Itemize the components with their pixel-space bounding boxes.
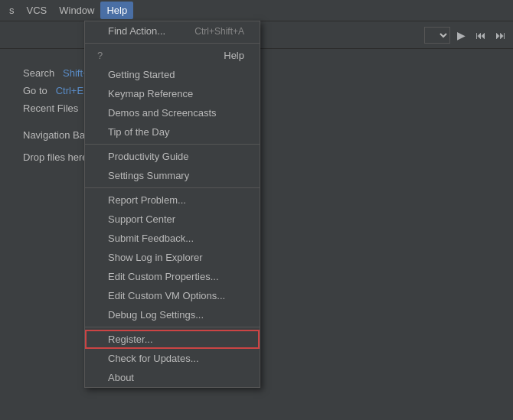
productivity-guide-item[interactable]: Productivity Guide — [85, 147, 260, 166]
register-item[interactable]: Register... — [85, 330, 260, 349]
separator-2 — [85, 187, 260, 188]
goto-shortcut: Ctrl+E — [56, 85, 83, 96]
keymap-reference-item[interactable]: Keymap Reference — [85, 84, 260, 103]
getting-started-label: Getting Started — [108, 69, 175, 80]
next-button[interactable]: ⏭ — [492, 26, 510, 44]
show-log-label: Show Log in Explorer — [108, 252, 203, 263]
help-section-label: ? Help — [85, 46, 260, 65]
tip-of-day-label: Tip of the Day — [108, 126, 169, 138]
help-dropdown-menu: Find Action... Ctrl+Shift+A ? Help Getti… — [84, 21, 260, 388]
check-updates-label: Check for Updates... — [108, 353, 199, 364]
demos-screencasts-label: Demos and Screencasts — [108, 107, 217, 119]
run-button[interactable]: ▶ — [452, 26, 470, 44]
check-updates-item[interactable]: Check for Updates... — [85, 349, 260, 368]
prev-button[interactable]: ⏮ — [472, 26, 490, 44]
edit-custom-vm-label: Edit Custom VM Options... — [108, 290, 225, 301]
separator-1 — [85, 144, 260, 145]
debug-log-label: Debug Log Settings... — [108, 309, 204, 321]
about-label: About — [108, 372, 134, 383]
keymap-reference-label: Keymap Reference — [108, 88, 193, 99]
support-center-item[interactable]: Support Center — [85, 210, 260, 229]
edit-custom-props-item[interactable]: Edit Custom Properties... — [85, 267, 260, 286]
submit-feedback-item[interactable]: Submit Feedback... — [85, 229, 260, 248]
report-problem-item[interactable]: Report Problem... — [85, 190, 260, 210]
menu-item-vcs[interactable]: VCS — [21, 2, 54, 19]
menubar: s VCS Window Help — [0, 0, 513, 21]
menu-item-s[interactable]: s — [3, 2, 21, 19]
question-icon: ? — [97, 50, 103, 61]
find-action-item[interactable]: Find Action... Ctrl+Shift+A — [85, 21, 260, 41]
find-action-label: Find Action... — [108, 25, 165, 37]
about-item[interactable]: About — [85, 368, 260, 387]
run-config-dropdown[interactable] — [424, 27, 450, 44]
register-label: Register... — [108, 334, 153, 345]
productivity-guide-label: Productivity Guide — [108, 151, 189, 162]
debug-log-item[interactable]: Debug Log Settings... — [85, 305, 260, 324]
settings-summary-label: Settings Summary — [108, 170, 189, 181]
show-log-item[interactable]: Show Log in Explorer — [85, 248, 260, 267]
demos-screencasts-item[interactable]: Demos and Screencasts — [85, 103, 260, 122]
tip-of-day-item[interactable]: Tip of the Day — [85, 122, 260, 142]
getting-started-item[interactable]: Getting Started — [85, 65, 260, 84]
edit-custom-vm-item[interactable]: Edit Custom VM Options... — [85, 286, 260, 305]
submit-feedback-label: Submit Feedback... — [108, 233, 194, 244]
menu-item-help[interactable]: Help — [100, 2, 133, 19]
support-center-label: Support Center — [108, 213, 175, 225]
find-action-shortcut: Ctrl+Shift+A — [194, 26, 244, 37]
report-problem-label: Report Problem... — [108, 194, 186, 206]
edit-custom-props-label: Edit Custom Properties... — [108, 271, 219, 282]
separator-0 — [85, 43, 260, 44]
help-label: Help — [224, 50, 244, 61]
separator-3 — [85, 327, 260, 327]
settings-summary-item[interactable]: Settings Summary — [85, 166, 260, 185]
menu-item-window[interactable]: Window — [53, 2, 100, 19]
